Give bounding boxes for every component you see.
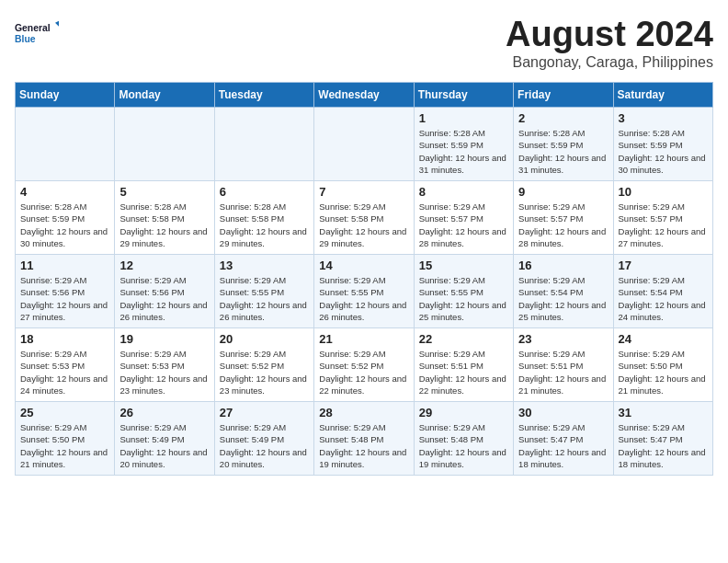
day-number: 17: [619, 259, 708, 272]
day-number: 9: [518, 185, 608, 199]
day-info: Sunrise: 5:29 AM Sunset: 5:54 PM Dayligh…: [518, 274, 608, 323]
day-number: 11: [20, 259, 109, 272]
day-info: Sunrise: 5:28 AM Sunset: 5:59 PM Dayligh…: [518, 127, 608, 176]
svg-marker-2: [55, 20, 59, 29]
day-info: Sunrise: 5:28 AM Sunset: 5:58 PM Dayligh…: [220, 201, 309, 249]
day-info: Sunrise: 5:29 AM Sunset: 5:47 PM Dayligh…: [518, 421, 608, 470]
page-header: General Blue August 2024 Bangonay, Carag…: [15, 15, 713, 71]
day-info: Sunrise: 5:29 AM Sunset: 5:55 PM Dayligh…: [319, 274, 408, 323]
calendar-cell: 29Sunrise: 5:29 AM Sunset: 5:48 PM Dayli…: [414, 402, 513, 476]
day-info: Sunrise: 5:28 AM Sunset: 5:59 PM Dayligh…: [20, 201, 109, 249]
day-number: 4: [20, 185, 109, 199]
calendar-cell: 15Sunrise: 5:29 AM Sunset: 5:55 PM Dayli…: [414, 255, 513, 328]
day-number: 28: [319, 406, 408, 419]
weekday-header: Tuesday: [214, 83, 313, 108]
calendar-cell: 19Sunrise: 5:29 AM Sunset: 5:53 PM Dayli…: [115, 328, 214, 402]
calendar-cell: 13Sunrise: 5:29 AM Sunset: 5:55 PM Dayli…: [214, 255, 313, 328]
calendar-cell: 25Sunrise: 5:29 AM Sunset: 5:50 PM Dayli…: [16, 402, 115, 476]
calendar-cell: 10Sunrise: 5:29 AM Sunset: 5:57 PM Dayli…: [613, 181, 712, 255]
logo-svg: General Blue: [15, 15, 59, 52]
calendar-cell: 28Sunrise: 5:29 AM Sunset: 5:48 PM Dayli…: [314, 402, 414, 476]
day-info: Sunrise: 5:29 AM Sunset: 5:50 PM Dayligh…: [20, 421, 109, 470]
day-info: Sunrise: 5:28 AM Sunset: 5:58 PM Dayligh…: [119, 201, 209, 249]
calendar-cell: 7Sunrise: 5:29 AM Sunset: 5:58 PM Daylig…: [314, 181, 414, 255]
day-info: Sunrise: 5:29 AM Sunset: 5:54 PM Dayligh…: [619, 274, 708, 323]
header-row: SundayMondayTuesdayWednesdayThursdayFrid…: [16, 83, 713, 108]
calendar-cell: [214, 108, 313, 181]
day-number: 3: [619, 111, 708, 125]
day-number: 5: [119, 185, 209, 199]
calendar-cell: [115, 108, 214, 181]
day-number: 29: [419, 406, 508, 419]
day-info: Sunrise: 5:29 AM Sunset: 5:47 PM Dayligh…: [619, 421, 708, 470]
day-number: 20: [220, 332, 309, 346]
calendar-week-row: 1Sunrise: 5:28 AM Sunset: 5:59 PM Daylig…: [16, 108, 713, 181]
calendar-week-row: 25Sunrise: 5:29 AM Sunset: 5:50 PM Dayli…: [16, 402, 713, 476]
day-number: 22: [419, 332, 508, 346]
day-number: 16: [518, 259, 608, 272]
calendar-cell: 24Sunrise: 5:29 AM Sunset: 5:50 PM Dayli…: [613, 328, 712, 402]
calendar-cell: 31Sunrise: 5:29 AM Sunset: 5:47 PM Dayli…: [613, 402, 712, 476]
day-info: Sunrise: 5:29 AM Sunset: 5:49 PM Dayligh…: [119, 421, 209, 470]
day-number: 14: [319, 259, 408, 272]
day-number: 18: [20, 332, 109, 346]
page-subtitle: Bangonay, Caraga, Philippines: [506, 54, 713, 71]
weekday-header: Wednesday: [314, 83, 414, 108]
weekday-header: Monday: [115, 83, 214, 108]
day-info: Sunrise: 5:29 AM Sunset: 5:55 PM Dayligh…: [419, 274, 508, 323]
day-number: 7: [319, 185, 408, 199]
day-number: 30: [518, 406, 608, 419]
day-number: 27: [220, 406, 309, 419]
calendar-cell: 3Sunrise: 5:28 AM Sunset: 5:59 PM Daylig…: [613, 108, 712, 181]
page-title: August 2024: [506, 15, 713, 54]
day-number: 23: [518, 332, 608, 346]
day-number: 12: [119, 259, 209, 272]
calendar-cell: 5Sunrise: 5:28 AM Sunset: 5:58 PM Daylig…: [115, 181, 214, 255]
weekday-header: Thursday: [414, 83, 513, 108]
day-info: Sunrise: 5:29 AM Sunset: 5:53 PM Dayligh…: [20, 348, 109, 396]
day-number: 10: [619, 185, 708, 199]
day-info: Sunrise: 5:29 AM Sunset: 5:57 PM Dayligh…: [419, 201, 508, 249]
day-info: Sunrise: 5:29 AM Sunset: 5:56 PM Dayligh…: [119, 274, 209, 323]
day-number: 6: [220, 185, 309, 199]
day-info: Sunrise: 5:29 AM Sunset: 5:52 PM Dayligh…: [220, 348, 309, 396]
calendar-cell: 22Sunrise: 5:29 AM Sunset: 5:51 PM Dayli…: [414, 328, 513, 402]
calendar-cell: 23Sunrise: 5:29 AM Sunset: 5:51 PM Dayli…: [514, 328, 613, 402]
day-number: 13: [220, 259, 309, 272]
day-info: Sunrise: 5:29 AM Sunset: 5:48 PM Dayligh…: [319, 421, 408, 470]
calendar-cell: 21Sunrise: 5:29 AM Sunset: 5:52 PM Dayli…: [314, 328, 414, 402]
day-number: 26: [119, 406, 209, 419]
day-number: 19: [119, 332, 209, 346]
day-info: Sunrise: 5:29 AM Sunset: 5:50 PM Dayligh…: [619, 348, 708, 396]
svg-text:General: General: [15, 23, 51, 33]
day-number: 15: [419, 259, 508, 272]
calendar-cell: 8Sunrise: 5:29 AM Sunset: 5:57 PM Daylig…: [414, 181, 513, 255]
calendar-cell: 9Sunrise: 5:29 AM Sunset: 5:57 PM Daylig…: [514, 181, 613, 255]
day-info: Sunrise: 5:29 AM Sunset: 5:53 PM Dayligh…: [119, 348, 209, 396]
day-info: Sunrise: 5:29 AM Sunset: 5:51 PM Dayligh…: [419, 348, 508, 396]
calendar-cell: 26Sunrise: 5:29 AM Sunset: 5:49 PM Dayli…: [115, 402, 214, 476]
day-info: Sunrise: 5:29 AM Sunset: 5:51 PM Dayligh…: [518, 348, 608, 396]
day-info: Sunrise: 5:29 AM Sunset: 5:58 PM Dayligh…: [319, 201, 408, 249]
calendar-cell: 2Sunrise: 5:28 AM Sunset: 5:59 PM Daylig…: [514, 108, 613, 181]
day-info: Sunrise: 5:29 AM Sunset: 5:57 PM Dayligh…: [518, 201, 608, 249]
svg-text:Blue: Blue: [15, 34, 36, 44]
day-number: 24: [619, 332, 708, 346]
day-info: Sunrise: 5:29 AM Sunset: 5:52 PM Dayligh…: [319, 348, 408, 396]
day-info: Sunrise: 5:29 AM Sunset: 5:48 PM Dayligh…: [419, 421, 508, 470]
calendar-cell: 20Sunrise: 5:29 AM Sunset: 5:52 PM Dayli…: [214, 328, 313, 402]
day-info: Sunrise: 5:28 AM Sunset: 5:59 PM Dayligh…: [619, 127, 708, 176]
calendar-cell: [16, 108, 115, 181]
day-info: Sunrise: 5:29 AM Sunset: 5:49 PM Dayligh…: [220, 421, 309, 470]
day-info: Sunrise: 5:29 AM Sunset: 5:56 PM Dayligh…: [20, 274, 109, 323]
weekday-header: Saturday: [613, 83, 712, 108]
calendar-cell: 12Sunrise: 5:29 AM Sunset: 5:56 PM Dayli…: [115, 255, 214, 328]
weekday-header: Friday: [514, 83, 613, 108]
title-block: August 2024 Bangonay, Caraga, Philippine…: [506, 15, 713, 71]
day-number: 21: [319, 332, 408, 346]
calendar-cell: 16Sunrise: 5:29 AM Sunset: 5:54 PM Dayli…: [514, 255, 613, 328]
calendar-cell: 30Sunrise: 5:29 AM Sunset: 5:47 PM Dayli…: [514, 402, 613, 476]
calendar-week-row: 4Sunrise: 5:28 AM Sunset: 5:59 PM Daylig…: [16, 181, 713, 255]
calendar-cell: 1Sunrise: 5:28 AM Sunset: 5:59 PM Daylig…: [414, 108, 513, 181]
calendar-cell: 27Sunrise: 5:29 AM Sunset: 5:49 PM Dayli…: [214, 402, 313, 476]
